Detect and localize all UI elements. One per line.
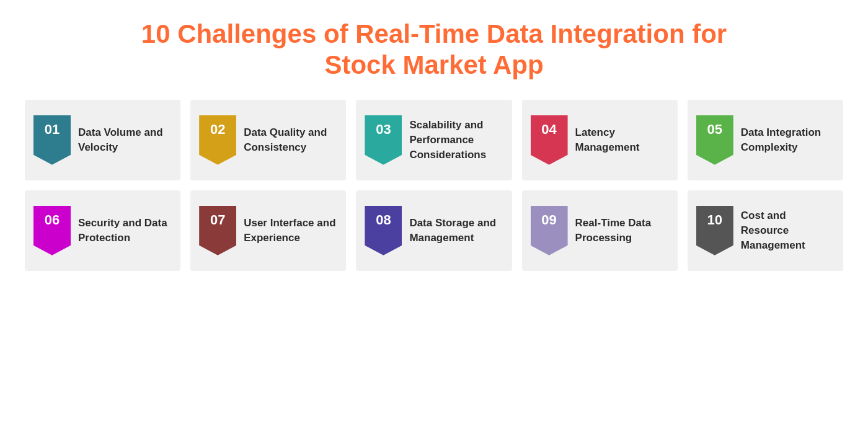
challenge-card-07: 07 User Interface and Experience <box>190 190 346 271</box>
badge-05: 05 <box>696 115 733 165</box>
badge-02: 02 <box>199 115 236 165</box>
card-label-01: Data Volume and Velocity <box>78 125 172 155</box>
badge-wrap-03: 03 <box>365 115 402 165</box>
challenge-card-02: 02 Data Quality and Consistency <box>190 100 346 180</box>
badge-03: 03 <box>365 115 402 165</box>
card-label-08: Data Storage and Management <box>409 216 503 246</box>
challenge-card-04: 04 Latency Management <box>522 100 678 180</box>
page-title: 10 Challenges of Real-Time Data Integrat… <box>141 19 727 81</box>
badge-10: 10 <box>696 206 733 255</box>
badge-04: 04 <box>531 115 568 165</box>
challenges-grid: 01 Data Volume and Velocity 02 Data Qual… <box>25 100 843 271</box>
card-label-04: Latency Management <box>575 125 669 155</box>
badge-wrap-08: 08 <box>365 206 402 255</box>
card-label-09: Real-Time Data Processing <box>575 216 669 246</box>
badge-07: 07 <box>199 206 236 255</box>
badge-wrap-10: 10 <box>696 206 733 255</box>
badge-wrap-02: 02 <box>199 115 236 165</box>
badge-wrap-07: 07 <box>199 206 236 255</box>
challenge-card-03: 03 Scalability and Performance Considera… <box>356 100 512 180</box>
challenge-card-05: 05 Data Integration Complexity <box>688 100 843 180</box>
card-label-07: User Interface and Experience <box>244 216 337 246</box>
badge-08: 08 <box>365 206 402 255</box>
page-header: 10 Challenges of Real-Time Data Integrat… <box>141 19 727 81</box>
card-label-10: Cost and Resource Management <box>741 208 835 252</box>
challenge-card-10: 10 Cost and Resource Management <box>688 190 843 271</box>
card-label-05: Data Integration Complexity <box>741 125 835 155</box>
badge-wrap-06: 06 <box>33 206 71 255</box>
challenge-card-09: 09 Real-Time Data Processing <box>522 190 678 271</box>
challenge-card-01: 01 Data Volume and Velocity <box>25 100 180 180</box>
card-label-06: Security and Data Protection <box>78 216 172 246</box>
badge-wrap-05: 05 <box>696 115 733 165</box>
challenge-card-08: 08 Data Storage and Management <box>356 190 512 271</box>
challenge-card-06: 06 Security and Data Protection <box>25 190 180 271</box>
badge-wrap-04: 04 <box>531 115 568 165</box>
badge-06: 06 <box>33 206 71 255</box>
badge-wrap-09: 09 <box>531 206 568 255</box>
badge-wrap-01: 01 <box>33 115 71 165</box>
badge-09: 09 <box>531 206 568 255</box>
card-label-03: Scalability and Performance Consideratio… <box>409 118 503 162</box>
card-label-02: Data Quality and Consistency <box>244 125 337 155</box>
badge-01: 01 <box>33 115 71 165</box>
